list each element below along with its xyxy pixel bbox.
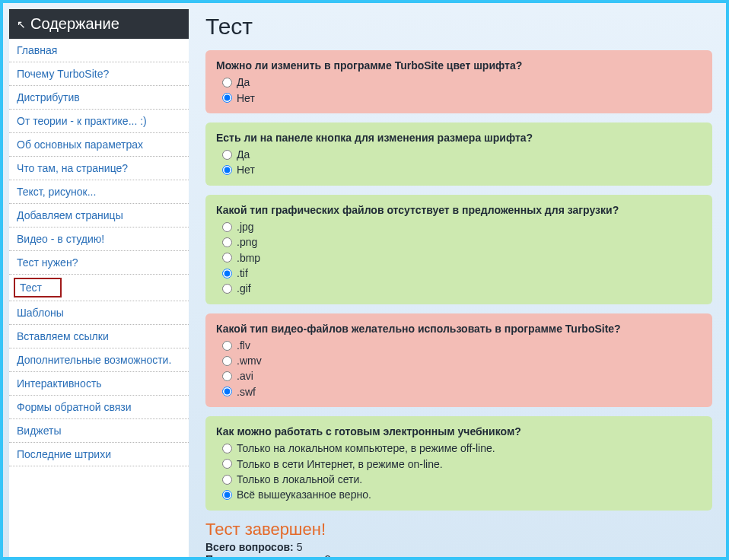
option-label: Нет <box>237 162 255 177</box>
option-radio[interactable] <box>222 341 232 351</box>
sidebar-item: Последние штрихи <box>9 443 189 466</box>
option: .png <box>216 234 702 250</box>
question-block: Как можно работать с готовым электронным… <box>205 416 712 510</box>
sidebar-link[interactable]: От теории - к практике... :) <box>9 110 189 132</box>
option-radio[interactable] <box>222 237 232 247</box>
sidebar-item: Дистрибутив <box>9 86 189 110</box>
option-radio[interactable] <box>222 222 232 232</box>
option: .wmv <box>216 353 702 368</box>
sidebar-link[interactable]: Шаблоны <box>9 301 189 324</box>
question-text: Какой тип графических файлов отсутствует… <box>216 202 702 218</box>
option: .gif <box>216 281 702 296</box>
sidebar-item: Добавляем страницы <box>9 204 189 228</box>
question-block: Есть ли на панеле кнопка для изменения р… <box>205 123 712 186</box>
option-radio[interactable] <box>222 356 232 366</box>
option-radio[interactable] <box>222 371 232 381</box>
sidebar-link[interactable]: Что там, на странице? <box>9 157 189 180</box>
option-radio[interactable] <box>222 459 232 469</box>
sidebar-item: Вставляем ссылки <box>9 325 189 348</box>
sidebar-link[interactable]: Добавляем страницы <box>9 204 189 227</box>
option-radio[interactable] <box>222 387 232 396</box>
option: Только на локальном компьютере, в режиме… <box>216 441 702 456</box>
option: Только в сети Интернет, в режиме on-line… <box>216 457 702 472</box>
option-radio[interactable] <box>222 93 232 103</box>
option: .tif <box>216 266 702 281</box>
sidebar-link[interactable]: Последние штрихи <box>9 443 189 466</box>
sidebar-item: Что там, на странице? <box>9 157 189 180</box>
option: .bmp <box>216 250 702 266</box>
sidebar-item: Почему TurboSite? <box>9 62 189 86</box>
sidebar-item: Виджеты <box>9 419 189 443</box>
option-label: Только на локальном компьютере, в режиме… <box>237 441 495 456</box>
sidebar-link[interactable]: Главная <box>9 39 189 62</box>
option: Только в локальной сети. <box>216 472 702 487</box>
page-title: Тест <box>205 14 712 40</box>
option: .flv <box>216 338 702 353</box>
sidebar-header: ↖ Содержание <box>9 9 189 39</box>
question-block: Какой тип графических файлов отсутствует… <box>205 195 712 304</box>
sidebar-item: Шаблоны <box>9 301 189 325</box>
option-label: Только в сети Интернет, в режиме on-line… <box>237 457 443 472</box>
sidebar-link[interactable]: Вставляем ссылки <box>9 325 189 348</box>
option-radio[interactable] <box>222 78 232 88</box>
sidebar-link[interactable]: Дистрибутив <box>9 86 189 109</box>
option-label: .avi <box>237 368 253 383</box>
option-label: Да <box>237 75 250 90</box>
sidebar-link[interactable]: Об основных параметрах <box>9 133 189 156</box>
result-total: Всего вопросов: 5 <box>205 541 712 553</box>
sidebar-item: Дополнительные возможности. <box>9 348 189 372</box>
option-label: Нет <box>237 91 255 106</box>
sidebar-item: Тест нужен? <box>9 251 189 275</box>
option: Да <box>216 147 702 162</box>
sidebar-list: ГлавнаяПочему TurboSite?ДистрибутивОт те… <box>9 39 189 466</box>
option-label: .jpg <box>237 219 254 234</box>
question-text: Есть ли на панеле кнопка для изменения р… <box>216 130 702 145</box>
sidebar-link[interactable]: Дополнительные возможности. <box>9 348 189 371</box>
option-radio[interactable] <box>222 284 232 294</box>
option-radio[interactable] <box>222 269 232 278</box>
option-label: Да <box>237 147 250 162</box>
sidebar-item: От теории - к практике... :) <box>9 110 189 133</box>
sidebar-link[interactable]: Тест нужен? <box>9 251 189 274</box>
questions-container: Можно ли изменить в программе TurboSite … <box>205 50 712 511</box>
option: .avi <box>216 368 702 383</box>
question-block: Какой тип видео-файлов желательно исполь… <box>205 313 712 407</box>
option-label: Только в локальной сети. <box>237 472 362 487</box>
cursor-icon: ↖ <box>17 18 26 30</box>
question-text: Как можно работать с готовым электронным… <box>216 424 702 439</box>
option-radio[interactable] <box>222 444 232 453</box>
option-label: .wmv <box>237 353 262 368</box>
app-wrapper: ↖ Содержание ГлавнаяПочему TurboSite?Дис… <box>3 3 726 557</box>
option-label: .flv <box>237 338 250 353</box>
option-label: .tif <box>237 266 248 281</box>
option-radio[interactable] <box>222 475 232 485</box>
option-radio[interactable] <box>222 150 232 160</box>
option: Нет <box>216 162 702 177</box>
option-radio[interactable] <box>222 253 232 262</box>
sidebar-link[interactable]: Текст, рисунок... <box>9 180 189 203</box>
sidebar-item: Тест <box>9 275 189 301</box>
option-label: .gif <box>237 281 251 296</box>
option: Нет <box>216 91 702 106</box>
sidebar-item: Формы обратной связи <box>9 396 189 419</box>
question-text: Можно ли изменить в программе TurboSite … <box>216 58 702 73</box>
option-radio[interactable] <box>222 165 232 175</box>
sidebar-link[interactable]: Почему TurboSite? <box>9 62 189 85</box>
sidebar-link[interactable]: Тест <box>14 278 62 298</box>
sidebar-link[interactable]: Видео - в студию! <box>9 228 189 250</box>
option: .jpg <box>216 219 702 234</box>
sidebar-title: Содержание <box>30 15 119 33</box>
main-content: Тест Можно ли изменить в программе Turbo… <box>189 3 726 557</box>
sidebar-link[interactable]: Виджеты <box>9 419 189 442</box>
sidebar-link[interactable]: Интерактивность <box>9 372 189 395</box>
sidebar: ↖ Содержание ГлавнаяПочему TurboSite?Дис… <box>9 9 189 557</box>
sidebar-link[interactable]: Формы обратной связи <box>9 396 189 418</box>
option-label: .png <box>237 234 257 250</box>
option-radio[interactable] <box>222 490 232 500</box>
sidebar-item: Текст, рисунок... <box>9 180 189 204</box>
option: Да <box>216 75 702 90</box>
option-label: .swf <box>237 384 256 399</box>
sidebar-item: Интерактивность <box>9 372 189 396</box>
option: Всё вышеуказанное верно. <box>216 487 702 502</box>
option: .swf <box>216 384 702 399</box>
